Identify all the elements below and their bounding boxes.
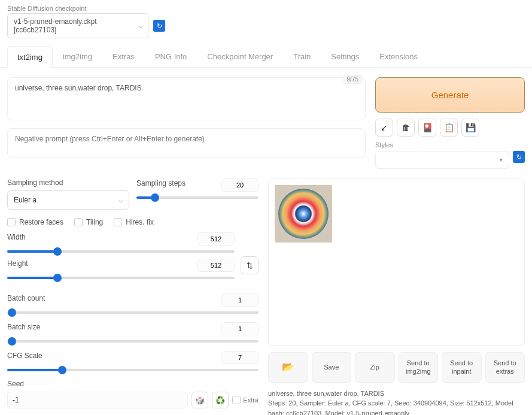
token-counter: 9/75	[343, 75, 362, 84]
sampling-steps-label: Sampling steps	[136, 179, 186, 187]
seed-label: Seed	[7, 380, 259, 388]
batch-count-input[interactable]	[221, 293, 259, 307]
arrow-icon: ↙	[381, 123, 388, 132]
seed-extra-check[interactable]: Extra	[232, 396, 259, 404]
sampling-method-label: Sampling method	[7, 178, 129, 187]
cfg-label: CFG Scale	[7, 352, 42, 360]
cfg-input[interactable]	[221, 351, 259, 364]
batch-size-label: Batch size	[7, 323, 40, 331]
zip-button[interactable]: Zip	[355, 352, 395, 383]
seed-input[interactable]	[7, 392, 188, 408]
meta-params: Steps: 20, Sampler: Euler a, CFG scale: …	[268, 398, 525, 415]
dice-icon: 🎲	[195, 396, 205, 405]
folder-icon: 📂	[282, 361, 294, 374]
refresh-icon: ↻	[516, 153, 522, 161]
refresh-icon: ↻	[157, 22, 162, 30]
sampling-steps-slider[interactable]	[136, 196, 259, 199]
swap-icon: ⇅	[247, 261, 253, 270]
tab-train[interactable]: Train	[283, 46, 321, 67]
cfg-slider[interactable]	[7, 369, 259, 371]
clipboard-icon: 📋	[444, 123, 454, 132]
chevron-down-icon: ⌵	[118, 196, 123, 204]
hires-fix-check[interactable]: Hires. fix	[114, 218, 154, 226]
checkpoint-value: v1-5-pruned-emaonly.ckpt [cc6cb27103]	[14, 17, 97, 34]
styles-select[interactable]: ▾	[375, 151, 509, 169]
seed-dice-button[interactable]: 🎲	[191, 392, 208, 408]
open-folder-button[interactable]: 📂	[268, 352, 308, 383]
card-icon: 🎴	[422, 123, 433, 132]
styles-refresh-button[interactable]: ↻	[513, 151, 525, 163]
save-icon: 💾	[466, 123, 476, 132]
styles-label: Styles	[375, 141, 525, 149]
tab-extras[interactable]: Extras	[102, 46, 145, 67]
output-panel	[268, 178, 525, 346]
swap-wh-button[interactable]: ⇅	[241, 256, 259, 274]
sampling-steps-input[interactable]	[221, 178, 259, 192]
save-icon-button[interactable]: 💾	[461, 119, 479, 137]
recycle-icon: ♻️	[215, 396, 225, 405]
height-slider[interactable]	[7, 277, 235, 279]
generate-button[interactable]: Generate	[375, 77, 525, 113]
batch-count-label: Batch count	[7, 294, 45, 302]
sampling-method-value: Euler a	[14, 196, 37, 204]
chevron-down-icon: ▾	[500, 157, 503, 163]
batch-size-slider[interactable]	[7, 340, 259, 343]
checkpoint-label: Stable Diffusion checkpoint	[7, 5, 525, 12]
batch-size-input[interactable]	[221, 322, 259, 335]
generation-meta: universe, three sun,water drop, TARDIS S…	[268, 389, 525, 415]
width-input[interactable]	[197, 232, 235, 246]
height-label: Height	[7, 259, 28, 268]
clipboard-button[interactable]: 📋	[440, 119, 458, 137]
width-slider[interactable]	[7, 250, 235, 253]
tab-img2img[interactable]: img2img	[53, 46, 102, 67]
arrow-button[interactable]: ↙	[375, 119, 393, 137]
width-label: Width	[7, 233, 26, 241]
generated-image-thumb	[278, 189, 329, 239]
checkpoint-refresh-button[interactable]: ↻	[153, 20, 165, 32]
trash-button[interactable]: 🗑	[397, 119, 415, 137]
seed-recycle-button[interactable]: ♻️	[212, 392, 229, 408]
send-img2img-button[interactable]: Send to img2img	[399, 352, 439, 383]
main-tabs: txt2imgimg2imgExtrasPNG InfoCheckpoint M…	[0, 46, 532, 68]
batch-count-slider[interactable]	[7, 311, 259, 314]
tab-png-info[interactable]: PNG Info	[145, 46, 197, 67]
trash-icon: 🗑	[402, 123, 410, 132]
height-input[interactable]	[197, 259, 235, 272]
send-extras-button[interactable]: Send to extras	[485, 352, 525, 383]
tab-checkpoint-merger[interactable]: Checkpoint Merger	[197, 46, 283, 67]
save-button[interactable]: Save	[312, 352, 352, 383]
tab-settings[interactable]: Settings	[321, 46, 369, 67]
prompt-input[interactable]: universe, three sun,water drop, TARDIS	[7, 77, 366, 120]
sampling-method-select[interactable]: Euler a ⌵	[7, 190, 129, 210]
output-image[interactable]	[275, 185, 332, 243]
tab-txt2img[interactable]: txt2img	[7, 46, 53, 68]
checkpoint-select[interactable]: v1-5-pruned-emaonly.ckpt [cc6cb27103] ⌵	[7, 13, 148, 38]
card-button[interactable]: 🎴	[418, 119, 436, 137]
meta-prompt: universe, three sun,water drop, TARDIS	[268, 389, 525, 399]
send-inpaint-button[interactable]: Send to inpaint	[442, 352, 482, 383]
tiling-check[interactable]: Tiling	[74, 218, 103, 226]
tab-extensions[interactable]: Extensions	[369, 46, 428, 67]
negative-prompt-input[interactable]	[7, 128, 366, 158]
restore-faces-check[interactable]: Restore faces	[7, 218, 63, 226]
chevron-down-icon: ⌵	[139, 22, 143, 30]
